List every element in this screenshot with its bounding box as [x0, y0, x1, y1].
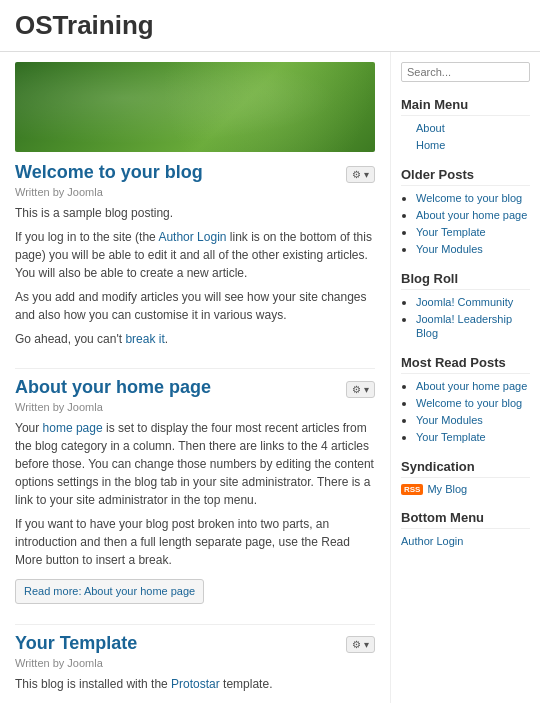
- older-post-link-2[interactable]: About your home page: [416, 209, 527, 221]
- para-welcome-3: As you add and modify articles you will …: [15, 288, 375, 324]
- main-menu-about-link[interactable]: About: [416, 122, 445, 134]
- most-read-section: Most Read Posts About your home page Wel…: [401, 355, 530, 444]
- most-read-link-3[interactable]: Your Modules: [416, 414, 483, 426]
- para-home-1: Your home page is set to display the fou…: [15, 419, 375, 509]
- older-post-link-4[interactable]: Your Modules: [416, 243, 483, 255]
- settings-btn-template[interactable]: ⚙ ▾: [346, 636, 375, 653]
- para-welcome-2: If you log in to the site (the Author Lo…: [15, 228, 375, 282]
- author-login-item: Author Login: [401, 534, 530, 548]
- most-read-list: About your home page Welcome to your blo…: [416, 379, 530, 444]
- hero-image: [15, 62, 375, 152]
- older-posts-title: Older Posts: [401, 167, 530, 186]
- settings-btn-home-page[interactable]: ⚙ ▾: [346, 381, 375, 398]
- syndication-item: RSS My Blog: [401, 483, 530, 495]
- article-meta-home-page: Written by Joomla: [15, 401, 375, 413]
- main-menu-about: About: [416, 121, 530, 135]
- article-content-template: This blog is installed with the Protosta…: [15, 675, 375, 704]
- article-link-template[interactable]: Your Template: [15, 633, 137, 653]
- article-header-3: Your Template ⚙ ▾: [15, 633, 375, 657]
- bottom-menu-title: Bottom Menu: [401, 510, 530, 529]
- my-blog-link[interactable]: My Blog: [427, 483, 467, 495]
- author-login-link[interactable]: Author Login: [401, 535, 463, 547]
- most-read-2: Welcome to your blog: [416, 396, 530, 410]
- main-menu-title: Main Menu: [401, 97, 530, 116]
- article-title-welcome: Welcome to your blog: [15, 162, 203, 183]
- settings-btn-welcome[interactable]: ⚙ ▾: [346, 166, 375, 183]
- page-wrapper: Welcome to your blog ⚙ ▾ Written by Joom…: [0, 52, 540, 703]
- blog-roll-link-2[interactable]: Joomla! Leadership Blog: [416, 313, 512, 339]
- para-template-2: You can edit the the options in the Temp…: [15, 699, 375, 704]
- read-more-home-page[interactable]: Read more: About your home page: [15, 579, 204, 604]
- most-read-title: Most Read Posts: [401, 355, 530, 374]
- older-post-3: Your Template: [416, 225, 530, 239]
- rss-icon: RSS: [401, 484, 423, 495]
- article-template: Your Template ⚙ ▾ Written by Joomla This…: [15, 633, 375, 704]
- author-login-link-1[interactable]: Author Login: [158, 230, 226, 244]
- divider-1: [15, 368, 375, 369]
- older-post-link-1[interactable]: Welcome to your blog: [416, 192, 522, 204]
- sidebar: Main Menu About Home Older Posts Welcome…: [390, 52, 540, 703]
- article-meta-welcome: Written by Joomla: [15, 186, 375, 198]
- search-section: [401, 62, 530, 82]
- blog-roll-list: Joomla! Community Joomla! Leadership Blo…: [416, 295, 530, 340]
- syndication-title: Syndication: [401, 459, 530, 478]
- para-welcome-4: Go ahead, you can't break it.: [15, 330, 375, 348]
- blog-roll-1: Joomla! Community: [416, 295, 530, 309]
- blog-roll-link-1[interactable]: Joomla! Community: [416, 296, 513, 308]
- article-title-home-page: About your home page: [15, 377, 211, 398]
- article-link-home-page[interactable]: About your home page: [15, 377, 211, 397]
- main-content: Welcome to your blog ⚙ ▾ Written by Joom…: [0, 52, 390, 703]
- main-menu-section: Main Menu About Home: [401, 97, 530, 152]
- site-header: OSTraining: [0, 0, 540, 52]
- most-read-link-4[interactable]: Your Template: [416, 431, 486, 443]
- main-menu-list: About Home: [416, 121, 530, 152]
- most-read-3: Your Modules: [416, 413, 530, 427]
- blog-roll-title: Blog Roll: [401, 271, 530, 290]
- search-input[interactable]: [401, 62, 530, 82]
- bottom-menu-list: Author Login: [401, 534, 530, 548]
- break-link[interactable]: break it: [125, 332, 164, 346]
- older-posts-list: Welcome to your blog About your home pag…: [416, 191, 530, 256]
- article-content-home-page: Your home page is set to display the fou…: [15, 419, 375, 604]
- blog-roll-section: Blog Roll Joomla! Community Joomla! Lead…: [401, 271, 530, 340]
- protostar-link-1[interactable]: Protostar: [171, 677, 220, 691]
- article-content-welcome: This is a sample blog posting. If you lo…: [15, 204, 375, 348]
- most-read-link-1[interactable]: About your home page: [416, 380, 527, 392]
- syndication-section: Syndication RSS My Blog: [401, 459, 530, 495]
- bottom-menu-section: Bottom Menu Author Login: [401, 510, 530, 548]
- article-link-welcome[interactable]: Welcome to your blog: [15, 162, 203, 182]
- older-post-1: Welcome to your blog: [416, 191, 530, 205]
- article-header-2: About your home page ⚙ ▾: [15, 377, 375, 401]
- main-menu-home: Home: [416, 138, 530, 152]
- older-post-2: About your home page: [416, 208, 530, 222]
- most-read-link-2[interactable]: Welcome to your blog: [416, 397, 522, 409]
- older-posts-section: Older Posts Welcome to your blog About y…: [401, 167, 530, 256]
- home-page-link[interactable]: home page: [43, 421, 103, 435]
- main-menu-home-link[interactable]: Home: [416, 139, 445, 151]
- article-welcome: Welcome to your blog ⚙ ▾ Written by Joom…: [15, 162, 375, 348]
- para-home-2: If you want to have your blog post broke…: [15, 515, 375, 569]
- para-template-1: This blog is installed with the Protosta…: [15, 675, 375, 693]
- older-post-4: Your Modules: [416, 242, 530, 256]
- most-read-4: Your Template: [416, 430, 530, 444]
- site-title: OSTraining: [15, 10, 154, 40]
- older-post-link-3[interactable]: Your Template: [416, 226, 486, 238]
- most-read-1: About your home page: [416, 379, 530, 393]
- divider-2: [15, 624, 375, 625]
- blog-roll-2: Joomla! Leadership Blog: [416, 312, 530, 340]
- article-title-template: Your Template: [15, 633, 137, 654]
- article-header: Welcome to your blog ⚙ ▾: [15, 162, 375, 186]
- article-home-page: About your home page ⚙ ▾ Written by Joom…: [15, 377, 375, 604]
- para-welcome-1: This is a sample blog posting.: [15, 204, 375, 222]
- article-meta-template: Written by Joomla: [15, 657, 375, 669]
